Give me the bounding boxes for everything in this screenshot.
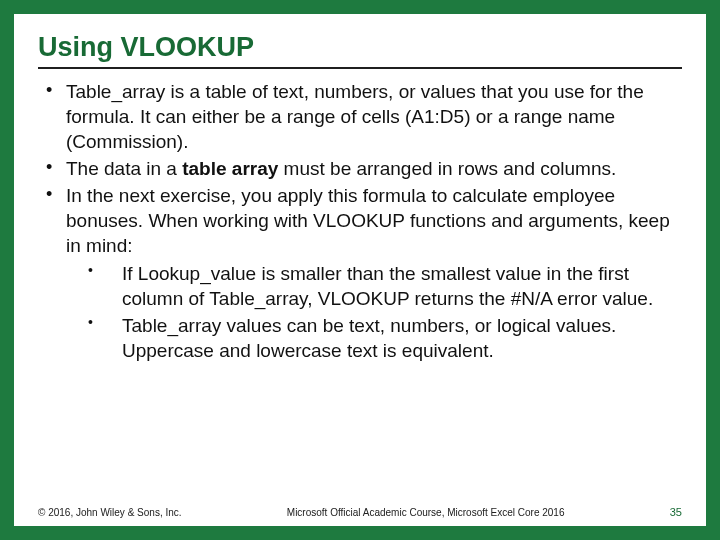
bold-text: table array	[182, 158, 278, 179]
slide-number: 35	[660, 506, 682, 518]
list-item: Table_array is a table of text, numbers,…	[40, 79, 682, 154]
bullet-list: Table_array is a table of text, numbers,…	[38, 79, 682, 363]
footer: © 2016, John Wiley & Sons, Inc. Microsof…	[38, 506, 682, 518]
slide-title: Using VLOOKUP	[38, 32, 682, 63]
text: The data in a	[66, 158, 182, 179]
title-rule	[38, 67, 682, 69]
footer-copyright: © 2016, John Wiley & Sons, Inc.	[38, 507, 182, 518]
text: In the next exercise, you apply this for…	[66, 185, 670, 256]
slide: Using VLOOKUP Table_array is a table of …	[14, 14, 706, 526]
list-item: If Lookup_value is smaller than the smal…	[72, 261, 682, 311]
footer-course: Microsoft Official Academic Course, Micr…	[182, 507, 660, 518]
list-item: In the next exercise, you apply this for…	[40, 183, 682, 363]
list-item: Table_array values can be text, numbers,…	[72, 313, 682, 363]
list-item: The data in a table array must be arrang…	[40, 156, 682, 181]
text: must be arranged in rows and columns.	[278, 158, 616, 179]
sub-bullet-list: If Lookup_value is smaller than the smal…	[72, 261, 682, 363]
